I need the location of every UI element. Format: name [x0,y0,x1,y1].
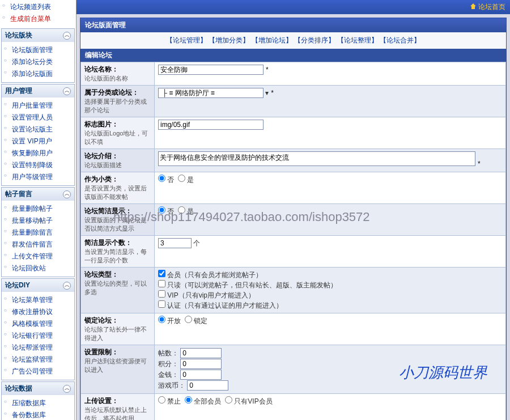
radio-option[interactable]: 是 [178,176,194,184]
sidebar-item[interactable]: 上传文件管理 [12,251,74,262]
radio[interactable] [185,316,192,323]
checkbox-option[interactable]: 认证（只有通过认证的用户才能进入） [158,302,283,309]
required-mark: * [266,66,269,74]
sidebar-item[interactable]: 批量删除帖子 [12,203,74,215]
section-head: 编辑论坛 [80,49,506,62]
logo-input[interactable] [158,120,264,130]
label-sub: 当设置为简洁显示，每一行显示的个数 [84,248,147,264]
tab-links: 【论坛管理】 【增加分类】 【增加论坛】 【分类排序】 【论坛整理】 【论坛合并… [80,32,506,49]
sidebar-item[interactable]: 设置 VIP用户 [12,135,74,147]
radio-option[interactable]: 全部会员 [185,397,221,405]
label: 论坛介绍： [84,152,118,160]
forum-name-input[interactable] [158,65,264,75]
sidebar-item[interactable]: 批量移动帖子 [12,215,74,227]
tab-link[interactable]: 【论坛整理】 [337,36,378,44]
sidebar-item[interactable]: 设置特别降级 [12,159,74,171]
nav-group-head[interactable]: 论坛DIY︿ [2,279,74,292]
sidebar-item[interactable]: 论坛回收站 [12,262,74,274]
watermark: 小刀源码世界 [399,363,487,383]
label: 锁定论坛： [84,316,118,324]
checkbox-option[interactable]: 会员（只有会员才能浏览帖子） [158,271,262,279]
checkbox[interactable] [158,280,165,287]
nav-group-head[interactable]: 论坛版块︿ [2,29,74,42]
limit-label: 积分： [158,360,178,368]
radio[interactable] [185,396,192,404]
label: 设置限制： [84,348,118,356]
tab-link[interactable]: 【论坛管理】 [166,36,207,44]
sidebar-item[interactable]: 添加论坛版面 [12,68,74,80]
radio[interactable] [158,316,165,323]
limit-input[interactable] [180,359,222,369]
label: 标志图片： [84,120,118,128]
panel-title: 论坛版面管理 [80,18,506,32]
radio-option[interactable]: 开放 [158,317,181,325]
label-sub: 选择要属于那个分类或那个论坛 [84,98,147,113]
label: 论坛类型： [84,270,118,278]
simplenum-input[interactable] [158,238,192,248]
radio[interactable] [158,175,165,182]
sidebar-item[interactable]: 群发信件留言 [12,239,74,251]
label-sub: 当论坛系统默认禁止上传后，将不起作用 [84,406,147,420]
checkbox-option[interactable]: 只读（可以浏览帖子，但只有站长、超版、版主能发帖） [158,281,337,289]
nav-group-head[interactable]: 用户管理︿ [2,84,74,97]
sidebar-item[interactable]: 论坛银行管理 [12,330,74,342]
sidebar-item[interactable]: 设置管理人员 [12,112,74,124]
sidebar: 论坛频道列表 生成前台菜单 论坛版块︿论坛版面管理添加论坛分类添加论坛版面用户管… [0,0,76,420]
radio-option[interactable]: 否 [158,207,174,215]
sidebar-item[interactable]: 风格模板管理 [12,318,74,330]
limit-input[interactable] [187,380,228,391]
limit-input[interactable] [180,348,222,358]
sidebar-item[interactable]: 备份数据库 [12,409,74,420]
sidebar-item[interactable]: 论坛菜单管理 [12,294,74,306]
tab-link[interactable]: 【分类排序】 [294,36,335,44]
sidebar-item[interactable]: 生成前台菜单 [10,13,76,25]
checkbox[interactable] [158,290,165,298]
radio-option[interactable]: 锁定 [185,317,207,325]
tab-link[interactable]: 【论坛合并】 [380,36,420,44]
sidebar-item[interactable]: 用户等级管理 [12,171,74,183]
sidebar-item[interactable]: 论坛监狱管理 [12,354,74,366]
radio[interactable] [158,206,165,214]
sidebar-item[interactable]: 论坛频道列表 [10,1,76,13]
sidebar-item[interactable]: 论坛帮派管理 [12,342,74,354]
tab-link[interactable]: 【增加分类】 [209,36,249,44]
sidebar-item[interactable]: 论坛版面管理 [12,44,74,56]
sidebar-item[interactable]: 设置论坛版主 [12,124,74,135]
home-icon [470,3,477,11]
radio-option[interactable]: 否 [158,176,174,184]
sidebar-item[interactable]: 恢复删除用户 [12,147,74,159]
radio[interactable] [158,396,165,404]
radio-option[interactable]: 禁止 [158,397,181,405]
label-sub: 是否设置为类，设置后该版面不能发帖 [84,185,147,200]
checkbox[interactable] [158,300,165,308]
parent-select[interactable] [158,88,264,98]
sidebar-item[interactable]: 用户批量管理 [12,100,74,112]
home-link[interactable]: 论坛首页 [478,3,505,11]
sidebar-item[interactable]: 添加论坛分类 [12,56,74,68]
radio[interactable] [178,175,185,182]
sidebar-item[interactable]: 修改注册协议 [12,306,74,318]
label: 论坛简洁显示： [84,207,132,215]
nav-group-head[interactable]: 帖子留言︿ [2,188,74,201]
label-sub: 论坛版面的名称 [84,75,128,82]
limit-label: 帖数： [158,349,178,357]
limit-input[interactable] [180,370,222,380]
tab-link[interactable]: 【增加论坛】 [252,36,292,44]
sidebar-item[interactable]: 批量删除留言 [12,227,74,239]
limit-label: 金钱： [158,371,178,379]
sidebar-item[interactable]: 广告公司管理 [12,366,74,377]
label-sub: 论坛版面Logo地址，可以不填 [84,130,148,145]
label-sub: 设置论坛的类型，可以多选 [84,280,147,295]
nav-group-head[interactable]: 论坛数据︿ [2,382,74,395]
checkbox-option[interactable]: VIP（只有vip用户才能进入） [158,291,255,299]
dropdown-icon[interactable]: ▾ [265,89,269,97]
sidebar-item[interactable]: 压缩数据库 [12,397,74,409]
unit: 个 [193,239,200,247]
checkbox[interactable] [158,270,165,277]
radio[interactable] [178,206,185,214]
label: 作为小类： [84,175,118,183]
radio[interactable] [225,396,232,404]
radio-option[interactable]: 只有VIP会员 [225,397,273,405]
intro-textarea[interactable]: 关于网络信息安全的管理及防护的技术交流 [158,151,475,166]
radio-option[interactable]: 是 [178,207,194,215]
